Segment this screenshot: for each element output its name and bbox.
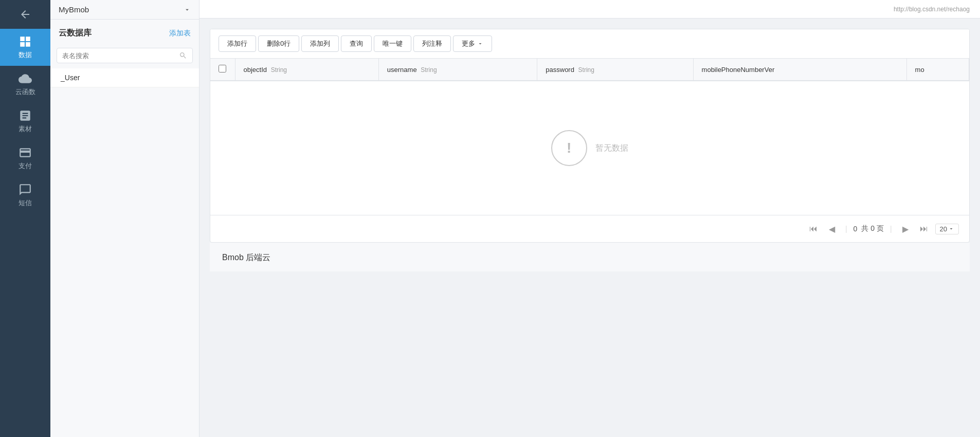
brand-logo: Bmob 后端云 — [222, 251, 270, 262]
col-header-password: password String — [537, 59, 693, 81]
sidebar-item-media[interactable]: 素材 — [0, 103, 50, 140]
back-button[interactable] — [0, 0, 50, 29]
pagination: ⏮ ◀ | 0 共 0 页 | ▶ ⏭ 20 — [210, 215, 969, 242]
col-header-mo: mo — [906, 59, 969, 81]
data-table-wrapper: objectId String username String password… — [210, 59, 969, 215]
col-comment-button[interactable]: 列注释 — [413, 35, 451, 52]
sms-icon — [19, 183, 32, 196]
current-page: 0 — [854, 225, 858, 233]
cloud-icon — [19, 72, 32, 85]
more-button[interactable]: 更多 — [453, 35, 492, 52]
delete-rows-button[interactable]: 删除0行 — [258, 35, 299, 52]
table-search-input[interactable] — [62, 52, 179, 60]
sidebar-header: 云数据库 添加表 — [50, 20, 199, 43]
prev-page-button[interactable]: ◀ — [825, 222, 839, 236]
data-icon — [19, 35, 32, 48]
sidebar-item-payment[interactable]: 支付 — [0, 140, 50, 177]
empty-icon: ! — [551, 130, 587, 166]
unique-key-button[interactable]: 唯一键 — [374, 35, 411, 52]
payment-icon — [19, 146, 32, 159]
sidebar-title: 云数据库 — [59, 28, 92, 39]
first-page-button[interactable]: ⏮ — [806, 222, 821, 236]
media-icon — [19, 109, 32, 122]
total-pages: 共 0 页 — [861, 224, 884, 233]
table-header-row: objectId String username String password… — [210, 59, 969, 81]
last-page-button[interactable]: ⏭ — [917, 222, 931, 236]
icon-nav: 数据 云函数 素材 支付 短信 — [0, 0, 50, 437]
toolbar: 添加行 删除0行 添加列 查询 唯一键 列注释 更多 — [210, 29, 969, 59]
data-table: objectId String username String password… — [210, 59, 969, 215]
col-header-mobilephonenumberver: mobilePhoneNumberVer — [693, 59, 906, 81]
empty-text: 暂无数据 — [595, 143, 628, 154]
add-row-button[interactable]: 添加行 — [219, 35, 256, 52]
add-column-button[interactable]: 添加列 — [301, 35, 339, 52]
sidebar-item-cloud-func[interactable]: 云函数 — [0, 66, 50, 103]
query-button[interactable]: 查询 — [341, 35, 372, 52]
empty-state: ! 暂无数据 — [210, 81, 969, 215]
table-panel: 添加行 删除0行 添加列 查询 唯一键 列注释 更多 — [210, 29, 970, 243]
sidebar-item-data[interactable]: 数据 — [0, 29, 50, 66]
add-table-button[interactable]: 添加表 — [169, 29, 191, 38]
back-arrow-icon — [19, 8, 31, 21]
table-item-user[interactable]: _User — [50, 68, 199, 87]
footer: Bmob 后端云 — [210, 243, 970, 271]
search-icon — [179, 51, 187, 60]
table-search-box — [57, 48, 193, 63]
col-header-objectid: objectId String — [235, 59, 378, 81]
per-page-dropdown-icon — [948, 226, 954, 232]
table-list: _User — [50, 68, 199, 437]
main-content: http://blog.csdn.net/rechaog 添加行 删除0行 添加… — [199, 0, 980, 437]
top-bar: http://blog.csdn.net/rechaog — [199, 0, 980, 19]
per-page-selector[interactable]: 20 — [935, 224, 959, 234]
next-page-button[interactable]: ▶ — [898, 222, 913, 236]
select-all-checkbox[interactable] — [219, 65, 226, 72]
sidebar-item-sms[interactable]: 短信 — [0, 177, 50, 214]
app-name: MyBmob — [59, 5, 89, 14]
col-header-username: username String — [378, 59, 537, 81]
checkbox-header — [210, 59, 235, 81]
more-dropdown-icon — [477, 41, 483, 47]
empty-state-row: ! 暂无数据 — [210, 81, 969, 215]
content-area: 添加行 删除0行 添加列 查询 唯一键 列注释 更多 — [199, 19, 980, 437]
url-display: http://blog.csdn.net/rechaog — [894, 6, 970, 13]
sidebar: MyBmob 云数据库 添加表 _User — [50, 0, 199, 437]
app-selector[interactable]: MyBmob — [50, 0, 199, 20]
dropdown-icon — [184, 6, 191, 13]
